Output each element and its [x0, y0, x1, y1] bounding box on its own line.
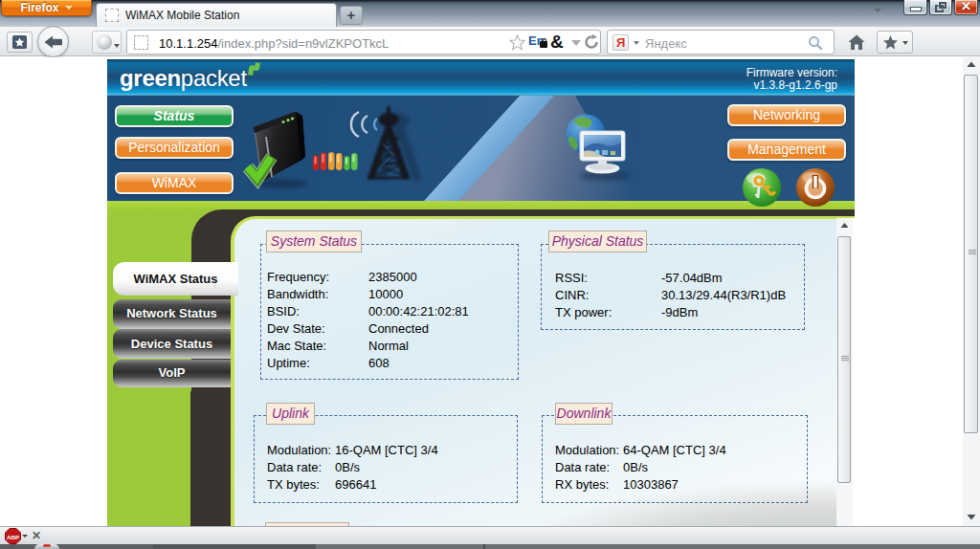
svg-text:ABP: ABP: [7, 534, 19, 540]
